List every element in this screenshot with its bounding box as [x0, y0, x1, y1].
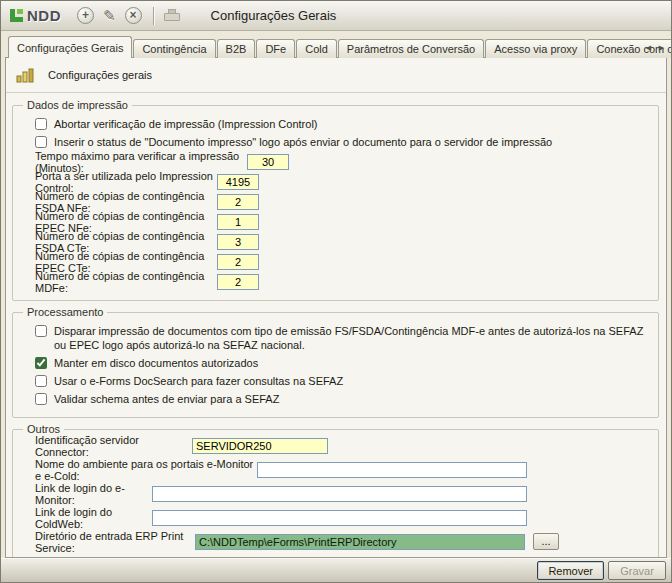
- group-title: Dados de impressão: [23, 99, 132, 111]
- checkbox-row: Disparar impressão de documentos com tip…: [35, 324, 648, 352]
- link-coldweb-input[interactable]: [152, 510, 527, 526]
- field-label: Nome do ambiente para os portais e-Monit…: [35, 458, 257, 482]
- footer-bar: Remover Gravar: [1, 558, 671, 582]
- field-row: Link de login do ColdWeb:: [35, 509, 648, 526]
- abortar-verificacao-checkbox[interactable]: [35, 118, 47, 130]
- checkbox-label: Inserir o status de "Documento impresso"…: [54, 135, 552, 149]
- tab-contingencia[interactable]: Contingência: [133, 39, 215, 58]
- checkbox-row: Inserir o status de "Documento impresso"…: [35, 135, 648, 149]
- checkbox-row: Abortar verificação de impressão (Impres…: [35, 117, 648, 131]
- checkbox-label: Usar o e-Forms DocSearch para fazer cons…: [54, 374, 343, 388]
- porta-impression-control-input[interactable]: [217, 174, 259, 190]
- plus-icon: +: [77, 7, 94, 24]
- link-emonitor-input[interactable]: [152, 486, 527, 502]
- field-row: Porta a ser utilizada pelo Impression Co…: [35, 173, 648, 190]
- pencil-icon: ✎: [103, 7, 116, 25]
- field-row: Número de cópias de contingência FSDA CT…: [35, 233, 648, 250]
- ndd-logo-icon: [9, 8, 24, 23]
- group-processamento: Processamento Disparar impressão de docu…: [12, 306, 659, 418]
- checkbox-label: Abortar verificação de impressão (Impres…: [54, 117, 318, 131]
- tempo-maximo-input[interactable]: [247, 154, 289, 170]
- tab-configuracoes-gerais[interactable]: Configurações Gerais: [8, 36, 132, 58]
- field-label: Número de cópias de contingência MDFe:: [35, 270, 217, 294]
- remover-button[interactable]: Remover: [537, 561, 604, 580]
- group-dados-de-impressao: Dados de impressão Abortar verificação d…: [12, 99, 659, 301]
- copias-epec-cte-input[interactable]: [217, 254, 259, 270]
- tab-cold[interactable]: Cold: [296, 39, 337, 58]
- field-row: Número de cópias de contingência FSDA NF…: [35, 193, 648, 210]
- checkbox-row: Validar schema antes de enviar para a SE…: [35, 392, 648, 406]
- inserir-status-checkbox[interactable]: [35, 136, 47, 148]
- tab-dfe[interactable]: DFe: [256, 39, 295, 58]
- ndd-logo-text: NDD: [27, 7, 61, 24]
- tab-scroll-right-button[interactable]: ▶: [656, 41, 667, 54]
- checkbox-label: Disparar impressão de documentos com tip…: [54, 324, 648, 352]
- field-label: Diretório de entrada ERP Print Service:: [35, 530, 195, 554]
- diretorio-erp-input[interactable]: [195, 534, 525, 550]
- field-row: Diretório de entrada ERP Print Service: …: [35, 533, 648, 550]
- gravar-button[interactable]: Gravar: [608, 561, 666, 580]
- field-row: Nome do ambiente para os portais e-Monit…: [35, 461, 648, 478]
- field-label: Link de login do ColdWeb:: [35, 506, 152, 530]
- field-row: Número de cópias de contingência EPEC CT…: [35, 253, 648, 270]
- copias-fsda-cte-input[interactable]: [217, 234, 259, 250]
- print-button[interactable]: [164, 9, 180, 22]
- app-window: NDD + ✎ × Configurações Gerais Configura…: [0, 0, 672, 583]
- copias-epec-nfe-input[interactable]: [217, 214, 259, 230]
- browse-button[interactable]: ...: [533, 533, 559, 550]
- printer-icon: [164, 9, 180, 22]
- tab-scroll-buttons: ◀ ▶: [643, 41, 667, 54]
- tab-bar: Configurações Gerais Contingência B2B DF…: [1, 31, 671, 58]
- toolbar-divider: [153, 7, 154, 25]
- tab-scroll-left-button[interactable]: ◀: [643, 41, 654, 54]
- checkbox-row: Manter em disco documentos autorizados: [35, 356, 648, 370]
- tab-acesso-via-proxy[interactable]: Acesso via proxy: [485, 39, 586, 58]
- group-outros: Outros Identificação servidor Connector:…: [12, 423, 659, 558]
- section-header-label: Configurações gerais: [48, 69, 152, 81]
- chevron-left-icon: ◀: [646, 44, 651, 51]
- copias-mdfe-input[interactable]: [217, 274, 259, 290]
- ndd-logo: NDD: [9, 7, 61, 24]
- checkbox-label: Validar schema antes de enviar para a SE…: [54, 392, 279, 406]
- field-row: Identificação servidor Connector:: [35, 437, 648, 454]
- field-label: Link de login do e-Monitor:: [35, 482, 152, 506]
- manter-em-disco-checkbox[interactable]: [35, 357, 47, 369]
- validar-schema-checkbox[interactable]: [35, 393, 47, 405]
- group-title: Processamento: [23, 306, 107, 318]
- checkbox-row: Usar o e-Forms DocSearch para fazer cons…: [35, 374, 648, 388]
- copias-fsda-nfe-input[interactable]: [217, 194, 259, 210]
- usar-docsearch-checkbox[interactable]: [35, 375, 47, 387]
- field-row: Tempo máximo para verificar a impressão …: [35, 153, 648, 170]
- page-title: Configurações Gerais: [211, 8, 337, 23]
- add-button[interactable]: +: [77, 7, 94, 24]
- tab-content-panel: Configurações gerais Dados de impressão …: [5, 57, 667, 558]
- field-label: Identificação servidor Connector:: [35, 434, 192, 458]
- chart-icon: [16, 67, 36, 83]
- identificacao-servidor-input[interactable]: [192, 438, 328, 454]
- close-icon: ×: [125, 7, 142, 24]
- edit-button[interactable]: ✎: [103, 7, 116, 25]
- nome-ambiente-input[interactable]: [257, 462, 527, 478]
- disparar-impressao-checkbox[interactable]: [35, 325, 47, 337]
- tab-b2b[interactable]: B2B: [217, 39, 256, 58]
- tab-parametros-de-conversao[interactable]: Parâmetros de Conversão: [338, 39, 484, 58]
- checkbox-label: Manter em disco documentos autorizados: [54, 356, 258, 370]
- section-header: Configurações gerais: [6, 58, 666, 93]
- toolbar: NDD + ✎ × Configurações Gerais: [1, 1, 671, 31]
- field-row: Link de login do e-Monitor:: [35, 485, 648, 502]
- field-row: Número de cópias de contingência EPEC NF…: [35, 213, 648, 230]
- field-row: Número de cópias de contingência MDFe:: [35, 273, 648, 290]
- chevron-right-icon: ▶: [659, 44, 664, 51]
- delete-button[interactable]: ×: [125, 7, 142, 24]
